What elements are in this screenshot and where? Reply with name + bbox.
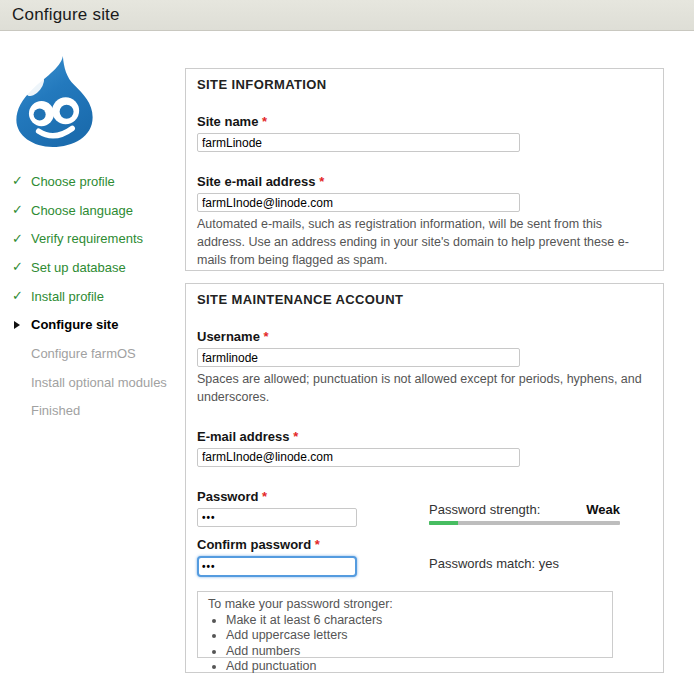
password-tip-item: Make it at least 6 characters [226, 613, 602, 627]
password-tips-box: To make your password stronger: Make it … [197, 591, 613, 658]
install-step-label: Verify requirements [31, 231, 143, 246]
password-tip-item: Add uppercase letters [226, 628, 602, 642]
main-content: SITE INFORMATION Site name * Site e-mail… [185, 68, 664, 673]
password-label: Password * [197, 489, 429, 504]
checkmark-icon: ✓ [12, 289, 23, 302]
site-email-input[interactable] [197, 193, 520, 212]
arrow-right-icon [14, 321, 20, 329]
checkmark-icon: ✓ [12, 232, 23, 245]
checkmark-icon: ✓ [12, 203, 23, 216]
password-strength-header: Password strength: Weak [429, 502, 620, 517]
install-step-label: Install optional modules [31, 375, 167, 390]
password-tip-item: Add numbers [226, 644, 602, 658]
password-strength-bar [429, 521, 620, 525]
site-name-field: Site name * [197, 114, 652, 152]
install-step-label: Choose profile [31, 174, 115, 189]
install-step-choose-language: ✓Choose language [12, 196, 184, 225]
password-input[interactable] [197, 508, 357, 527]
page-title: Configure site [0, 0, 694, 30]
install-step-label: Finished [31, 403, 80, 418]
username-description: Spaces are allowed; punctuation is not a… [197, 371, 652, 407]
install-step-set-up-database: ✓Set up database [12, 253, 184, 282]
password-tips-title: To make your password stronger: [208, 597, 602, 611]
maintenance-account-section: SITE MAINTENANCE ACCOUNT Username * Spac… [185, 283, 664, 673]
install-step-label: Configure site [31, 317, 118, 332]
install-step-label: Choose language [31, 203, 133, 218]
password-tips-list: Make it at least 6 charactersAdd upperca… [208, 613, 602, 674]
install-step-install-profile: ✓Install profile [12, 282, 184, 311]
site-information-section: SITE INFORMATION Site name * Site e-mail… [185, 68, 664, 271]
password-row: Password * Confirm password * Password s… [197, 489, 652, 577]
password-strength-level: Weak [586, 502, 620, 517]
install-step-install-optional-modules: Install optional modules [12, 368, 184, 397]
install-step-configure-site: Configure site [12, 310, 184, 339]
drupal-install-page: Configure site ✓Choose profile✓Choose la… [0, 0, 694, 678]
username-input[interactable] [197, 348, 520, 367]
username-field: Username * Spaces are allowed; punctuati… [197, 329, 652, 407]
required-marker: * [262, 489, 267, 504]
username-label: Username * [197, 329, 652, 344]
required-marker: * [293, 429, 298, 444]
account-email-field: E-mail address * [197, 429, 652, 467]
password-strength-label: Password strength: [429, 502, 540, 517]
password-fields: Password * Confirm password * [197, 489, 429, 577]
checkmark-icon: ✓ [12, 175, 23, 188]
drupal-logo-icon [8, 55, 101, 148]
account-email-input[interactable] [197, 448, 520, 467]
checkmark-icon: ✓ [12, 261, 23, 274]
site-email-label: Site e-mail address * [197, 174, 652, 189]
required-marker: * [262, 114, 267, 129]
account-email-label: E-mail address * [197, 429, 652, 444]
required-marker: * [315, 537, 320, 552]
install-step-label: Configure farmOS [31, 346, 136, 361]
confirm-password-field: Confirm password * [197, 537, 429, 577]
maintenance-account-legend: SITE MAINTENANCE ACCOUNT [197, 292, 652, 307]
page-header: Configure site [0, 0, 694, 31]
site-email-description: Automated e-mails, such as registration … [197, 216, 652, 269]
required-marker: * [319, 174, 324, 189]
site-name-label: Site name * [197, 114, 652, 129]
install-step-verify-requirements: ✓Verify requirements [12, 224, 184, 253]
site-email-field: Site e-mail address * Automated e-mails,… [197, 174, 652, 269]
passwords-match-text: Passwords match: yes [429, 556, 620, 571]
password-tip-item: Add punctuation [226, 659, 602, 673]
password-feedback: Password strength: Weak Passwords match:… [429, 489, 620, 577]
password-strength-fill [429, 521, 458, 525]
site-information-legend: SITE INFORMATION [197, 77, 652, 92]
install-step-label: Set up database [31, 260, 126, 275]
install-step-configure-farmos: Configure farmOS [12, 339, 184, 368]
site-name-input[interactable] [197, 133, 520, 152]
install-steps-list: ✓Choose profile✓Choose language✓Verify r… [12, 167, 184, 425]
confirm-password-input[interactable] [197, 556, 357, 577]
install-step-finished: Finished [12, 397, 184, 426]
install-step-choose-profile: ✓Choose profile [12, 167, 184, 196]
required-marker: * [264, 329, 269, 344]
install-step-label: Install profile [31, 289, 104, 304]
confirm-password-label: Confirm password * [197, 537, 429, 552]
